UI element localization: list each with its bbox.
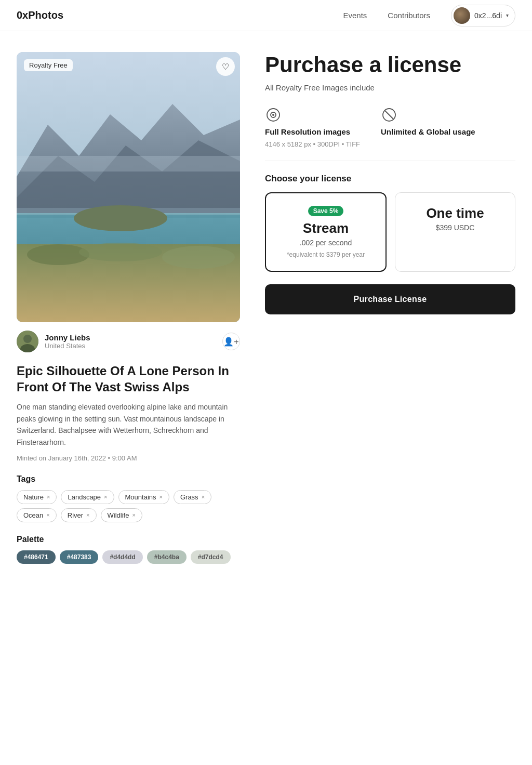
license-cards: Save 5% Stream .002 per second *equivale…: [265, 192, 515, 272]
tag-remove-icon[interactable]: ×: [47, 494, 50, 500]
royalty-badge: Royalty Free: [24, 59, 73, 71]
svg-point-8: [162, 246, 235, 269]
nav-contributors[interactable]: Contributors: [388, 11, 430, 20]
nav-events[interactable]: Events: [343, 11, 367, 20]
photo-title: Epic Silhouette Of A Lone Person In Fron…: [17, 363, 240, 395]
swatch-3[interactable]: #d4d4dd: [102, 550, 142, 564]
tag-wildlife[interactable]: Wildlife ×: [101, 508, 142, 522]
feature-full-resolution: Full Resolution images 4146 x 5182 px • …: [265, 107, 360, 148]
no-restriction-icon: [381, 107, 397, 123]
stream-license-price: .002 per second: [278, 239, 373, 247]
tag-remove-icon[interactable]: ×: [132, 512, 135, 518]
svg-point-9: [74, 205, 167, 231]
palette-section-title: Palette: [17, 535, 240, 544]
tag-grass[interactable]: Grass ×: [174, 490, 211, 504]
minted-date: Minted on January 16th, 2022 • 9:00 AM: [17, 454, 240, 462]
tag-remove-icon[interactable]: ×: [104, 494, 107, 500]
tag-river[interactable]: River ×: [61, 508, 97, 522]
svg-rect-10: [17, 156, 240, 172]
chevron-down-icon: ▾: [506, 12, 509, 18]
tag-remove-icon[interactable]: ×: [202, 494, 205, 500]
purchase-subtitle: All Royalty Free Images include: [265, 83, 515, 92]
contributor-location: United States: [45, 342, 90, 350]
favorite-button[interactable]: ♡: [216, 57, 235, 76]
tag-remove-icon[interactable]: ×: [86, 512, 89, 518]
global-usage-label: Unlimited & Global usage: [381, 127, 475, 136]
svg-line-18: [384, 110, 394, 120]
main-nav: Events Contributors 0x2...6di ▾: [343, 5, 516, 27]
contributor-info: Jonny Liebs United States: [17, 331, 90, 352]
user-name: 0x2...6di: [474, 11, 502, 20]
full-resolution-detail: 4146 x 5182 px • 300DPI • TIFF: [265, 140, 360, 148]
tags-section-title: Tags: [17, 474, 240, 484]
tag-mountains[interactable]: Mountains ×: [118, 490, 169, 504]
heart-icon: ♡: [222, 62, 229, 72]
swatch-5[interactable]: #d7dcd4: [191, 550, 231, 564]
stream-license-note: *equivalent to $379 per year: [278, 251, 373, 258]
logo[interactable]: 0xPhotos: [17, 9, 63, 21]
follow-button[interactable]: 👤+: [222, 333, 240, 350]
contributor-row: Jonny Liebs United States 👤+: [17, 331, 240, 352]
user-badge[interactable]: 0x2...6di ▾: [451, 5, 515, 27]
svg-point-7: [79, 243, 162, 261]
save-badge: Save 5%: [308, 206, 344, 216]
one-time-license-name: One time: [408, 205, 502, 221]
tag-ocean[interactable]: Ocean ×: [17, 508, 57, 522]
photo-description: One man standing elevated overlooking al…: [17, 401, 240, 448]
swatch-1[interactable]: #486471: [17, 550, 56, 564]
contributor-avatar: [17, 331, 38, 352]
tag-remove-icon[interactable]: ×: [159, 494, 163, 500]
feature-global-usage: Unlimited & Global usage: [381, 107, 475, 148]
tag-nature[interactable]: Nature ×: [17, 490, 57, 504]
one-time-license-price: $399 USDC: [408, 223, 502, 232]
eye-icon: [265, 107, 282, 123]
swatch-2[interactable]: #487383: [60, 550, 99, 564]
stream-license-name: Stream: [278, 220, 373, 236]
tag-remove-icon[interactable]: ×: [46, 512, 49, 518]
svg-point-12: [23, 335, 32, 343]
main-content: Royalty Free ♡ Jonny Liebs United States: [0, 31, 532, 585]
tag-landscape[interactable]: Landscape ×: [61, 490, 114, 504]
follow-icon: 👤+: [223, 337, 238, 347]
contributor-name: Jonny Liebs: [45, 333, 90, 342]
avatar: [454, 7, 470, 24]
license-card-one-time[interactable]: One time $399 USDC: [395, 192, 515, 272]
header: 0xPhotos Events Contributors 0x2...6di ▾: [0, 0, 532, 31]
left-column: Royalty Free ♡ Jonny Liebs United States: [17, 52, 240, 564]
photo-image: Royalty Free ♡: [17, 52, 240, 322]
tags-container: Nature × Landscape × Mountains × Grass ×…: [17, 490, 240, 522]
purchase-button[interactable]: Purchase License: [265, 284, 515, 314]
svg-point-6: [27, 244, 89, 265]
purchase-title: Purchase a license: [265, 52, 515, 78]
license-card-stream[interactable]: Save 5% Stream .002 per second *equivale…: [265, 192, 387, 272]
choose-license-title: Choose your license: [265, 174, 515, 184]
palette-container: #486471 #487383 #d4d4dd #b4c4ba #d7dcd4: [17, 550, 240, 564]
right-column: Purchase a license All Royalty Free Imag…: [265, 52, 515, 564]
swatch-4[interactable]: #b4c4ba: [147, 550, 187, 564]
svg-point-16: [272, 114, 274, 116]
features-row: Full Resolution images 4146 x 5182 px • …: [265, 107, 515, 161]
full-resolution-label: Full Resolution images: [265, 127, 360, 136]
